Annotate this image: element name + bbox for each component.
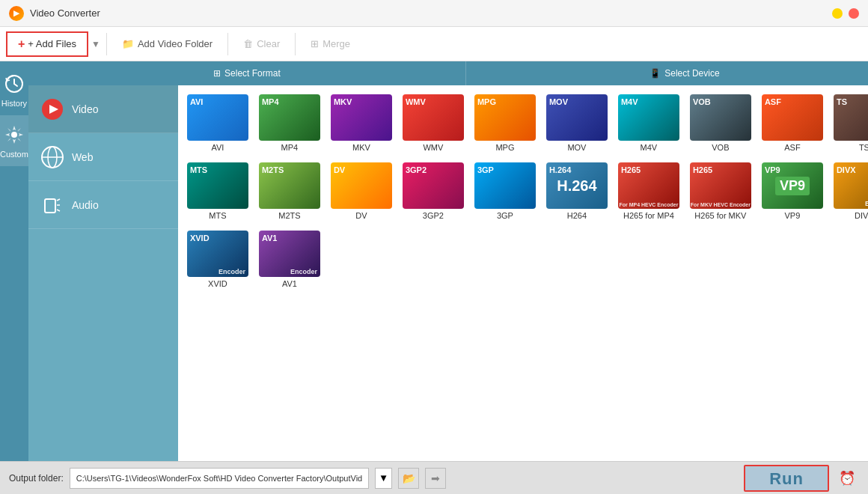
format-item-h265mp4[interactable]: H265For MP4 HEVC EncoderH265 for MP4 xyxy=(615,159,682,223)
open-folder-button[interactable]: 📂 xyxy=(398,468,419,489)
format-label-m2ts: M2TS xyxy=(278,211,300,220)
format-item-divx[interactable]: DIVXEncoderDIVX xyxy=(831,159,868,223)
format-tag-h265mkv: H265 xyxy=(693,165,712,174)
format-item-avi[interactable]: AVIAVI xyxy=(184,91,251,155)
svg-line-10 xyxy=(57,210,60,211)
format-tag-vob: VOB xyxy=(693,97,711,106)
format-item-mov[interactable]: MOVMOV xyxy=(543,91,611,155)
format-tag-m2ts: M2TS xyxy=(262,165,284,174)
run-label: Run xyxy=(769,469,804,488)
format-content: ⊞ Select Format 📱 Select Device Video xyxy=(28,61,868,461)
format-item-dv[interactable]: DVDV xyxy=(328,159,395,223)
format-item-3gp[interactable]: 3GP3GP xyxy=(471,159,539,223)
format-item-vob[interactable]: VOBVOB xyxy=(687,91,754,155)
format-label-vob: VOB xyxy=(712,143,729,152)
format-item-mts[interactable]: MTSMTS xyxy=(184,159,251,223)
tab-select-format-label: Select Format xyxy=(224,68,281,79)
format-item-wmv[interactable]: WMVWMV xyxy=(400,91,467,155)
format-item-mkv[interactable]: MKVMKV xyxy=(328,91,395,155)
format-item-xvid[interactable]: XVIDEncoderXVID xyxy=(184,228,251,291)
add-files-dropdown[interactable]: ▼ xyxy=(91,39,100,49)
format-label-mov: MOV xyxy=(567,143,586,152)
format-tag-ts: TS xyxy=(837,97,847,106)
format-item-vp9[interactable]: VP9VP9VP9 xyxy=(759,159,826,223)
format-label-h265mkv: H265 for MKV xyxy=(694,211,746,220)
sidebar-item-custom[interactable]: Custom xyxy=(0,115,28,166)
run-button[interactable]: Run xyxy=(744,465,829,492)
toolbar-divider-2 xyxy=(227,33,228,55)
device-tab-icon: 📱 xyxy=(650,68,661,79)
format-label-avi: AVI xyxy=(211,143,224,152)
clear-label: Clear xyxy=(257,38,280,49)
sidebar: History Custom xyxy=(0,61,28,461)
app-title: Video Converter xyxy=(30,7,832,19)
format-tabs: ⊞ Select Format 📱 Select Device xyxy=(28,61,868,85)
path-dropdown-button[interactable]: ▼ xyxy=(375,468,392,489)
format-label-divx: DIVX xyxy=(855,211,868,220)
category-video[interactable]: Video xyxy=(28,85,178,133)
format-label-mkv: MKV xyxy=(352,143,370,152)
merge-button[interactable]: ⊞ Merge xyxy=(302,34,359,54)
format-item-h264[interactable]: H.264H.264H264 xyxy=(543,159,611,223)
format-item-h265mkv[interactable]: H265For MKV HEVC EncoderH265 for MKV xyxy=(687,159,754,223)
toolbar-divider-3 xyxy=(295,33,296,55)
format-item-ts[interactable]: TSTS xyxy=(831,91,868,155)
format-tag-h265mp4: H265 xyxy=(621,165,641,174)
category-video-label: Video xyxy=(72,103,99,115)
format-tag-mp4: MP4 xyxy=(262,97,279,106)
minimize-button[interactable] xyxy=(832,8,843,19)
format-tag-3gp: 3GP xyxy=(477,165,494,174)
format-tag-avi: AVI xyxy=(190,97,204,106)
add-video-folder-button[interactable]: 📁 Add Video Folder xyxy=(113,34,221,54)
history-icon xyxy=(2,72,26,96)
audio-icon xyxy=(40,193,64,217)
format-label-xvid: XVID xyxy=(208,279,227,288)
folder-open-icon: 📂 xyxy=(403,472,415,484)
format-item-mp4[interactable]: MP4MP4 xyxy=(256,91,323,155)
format-label-dv: DV xyxy=(355,211,367,220)
format-item-asf[interactable]: ASFASF xyxy=(759,91,826,155)
format-label-mp4: MP4 xyxy=(281,143,299,152)
alarm-button[interactable]: ⏰ xyxy=(835,466,859,490)
tab-select-format[interactable]: ⊞ Select Format xyxy=(28,61,466,85)
output-folder-label: Output folder: xyxy=(9,473,64,484)
format-tag-wmv: WMV xyxy=(406,97,426,106)
window-controls xyxy=(832,8,859,19)
tab-select-device-label: Select Device xyxy=(664,68,719,79)
sidebar-item-history[interactable]: History xyxy=(0,64,28,115)
add-files-button[interactable]: + + Add Files xyxy=(6,31,88,57)
toolbar-divider-1 xyxy=(106,33,107,55)
history-label: History xyxy=(1,99,27,108)
clear-button[interactable]: 🗑 Clear xyxy=(234,34,289,54)
format-label-h264: H264 xyxy=(567,211,587,220)
format-tag-av1: AV1 xyxy=(262,234,278,243)
category-audio[interactable]: Audio xyxy=(28,181,178,229)
tab-select-device[interactable]: 📱 Select Device xyxy=(466,61,868,85)
format-item-mpg[interactable]: MPGMPG xyxy=(471,91,539,155)
toolbar: + + Add Files ▼ 📁 Add Video Folder 🗑 Cle… xyxy=(0,27,868,61)
output-path-input[interactable] xyxy=(70,468,369,489)
folder-icon: 📁 xyxy=(122,38,134,49)
format-item-av1[interactable]: AV1EncoderAV1 xyxy=(256,228,323,291)
merge-label: Merge xyxy=(323,38,350,49)
category-audio-label: Audio xyxy=(72,199,99,211)
format-label-av1: AV1 xyxy=(282,279,297,288)
category-web-label: Web xyxy=(72,151,94,163)
format-tag-xvid: XVID xyxy=(190,234,210,243)
add-files-label: + Add Files xyxy=(28,38,76,49)
category-web[interactable]: Web xyxy=(28,133,178,181)
format-item-m4v[interactable]: M4VM4V xyxy=(615,91,682,155)
format-item-m2ts[interactable]: M2TSM2TS xyxy=(256,159,323,223)
trash-icon: 🗑 xyxy=(243,38,253,49)
format-item-3gp2[interactable]: 3GP23GP2 xyxy=(400,159,467,223)
format-label-m4v: M4V xyxy=(641,143,658,152)
nav-folder-button[interactable]: ➡ xyxy=(425,468,446,489)
status-bar: Output folder: ▼ 📂 ➡ Run ⏰ xyxy=(0,461,868,494)
web-icon xyxy=(40,145,64,169)
format-label-vp9: VP9 xyxy=(785,211,801,220)
svg-point-1 xyxy=(11,132,17,138)
close-button[interactable] xyxy=(849,8,859,19)
format-label-mts: MTS xyxy=(209,211,226,220)
app-icon: ▶ xyxy=(9,6,24,21)
plus-icon: + xyxy=(18,37,25,51)
